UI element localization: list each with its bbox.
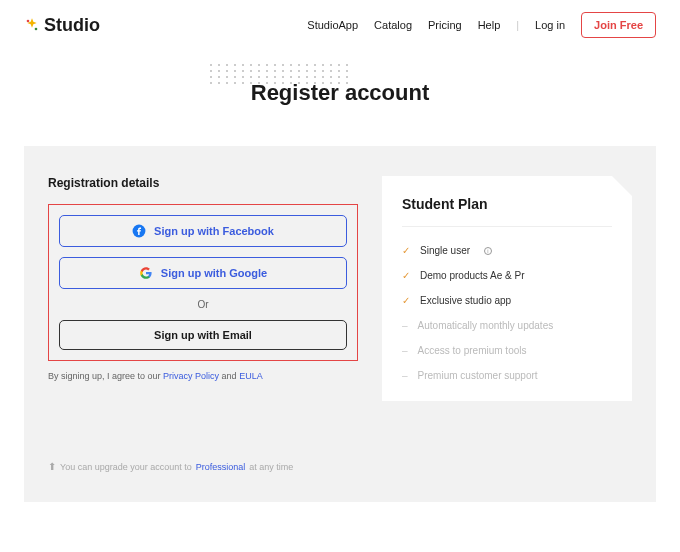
registration-panel: Registration details Sign up with Facebo… (48, 176, 358, 472)
plan-feature: ✓Exclusive studio app (402, 295, 612, 306)
upgrade-icon: ⬆ (48, 461, 56, 472)
join-free-button[interactable]: Join Free (581, 12, 656, 38)
eula-link[interactable]: EULA (239, 371, 263, 381)
plan-panel: Student Plan ✓Single useri✓Demo products… (382, 176, 632, 401)
privacy-link[interactable]: Privacy Policy (163, 371, 219, 381)
main: Registration details Sign up with Facebo… (24, 146, 656, 502)
registration-heading: Registration details (48, 176, 358, 190)
plan-card: Student Plan ✓Single useri✓Demo products… (382, 176, 632, 401)
nav-help[interactable]: Help (478, 19, 501, 31)
signup-facebook-label: Sign up with Facebook (154, 225, 274, 237)
logo-text: Studio (44, 15, 100, 36)
plan-feature-label: Access to premium tools (418, 345, 527, 356)
logo-icon (24, 17, 40, 33)
check-icon: ✓ (402, 270, 410, 281)
or-divider: Or (59, 299, 347, 310)
svg-point-1 (35, 28, 38, 31)
nav-login[interactable]: Log in (535, 19, 565, 31)
plan-feature-label: Automatically monthly updates (418, 320, 554, 331)
plan-feature-label: Single user (420, 245, 470, 256)
svg-point-0 (27, 20, 30, 23)
upgrade-note: ⬆ You can upgrade your account to Profes… (48, 461, 358, 472)
plan-feature: ✓Demo products Ae & Pr (402, 270, 612, 281)
plan-feature-label: Demo products Ae & Pr (420, 270, 525, 281)
logo[interactable]: Studio (24, 15, 100, 36)
plan-feature-list: ✓Single useri✓Demo products Ae & Pr✓Excl… (402, 245, 612, 381)
hero: Register account (0, 50, 680, 126)
dash-icon: – (402, 320, 408, 331)
signup-facebook-button[interactable]: Sign up with Facebook (59, 215, 347, 247)
check-icon: ✓ (402, 245, 410, 256)
signup-google-button[interactable]: Sign up with Google (59, 257, 347, 289)
dash-icon: – (402, 370, 408, 381)
plan-feature: –Access to premium tools (402, 345, 612, 356)
consent-text: By signing up, I agree to our Privacy Po… (48, 371, 358, 381)
registration-options: Sign up with Facebook Sign up with Googl… (48, 204, 358, 361)
upgrade-link[interactable]: Professional (196, 462, 246, 472)
info-icon[interactable]: i (484, 247, 492, 255)
signup-email-button[interactable]: Sign up with Email (59, 320, 347, 350)
nav-catalog[interactable]: Catalog (374, 19, 412, 31)
check-icon: ✓ (402, 295, 410, 306)
nav-studio-app[interactable]: StudioApp (307, 19, 358, 31)
plan-title: Student Plan (402, 196, 612, 227)
nav-pricing[interactable]: Pricing (428, 19, 462, 31)
nav-separator: | (516, 19, 519, 31)
dash-icon: – (402, 345, 408, 356)
header: Studio StudioApp Catalog Pricing Help | … (0, 0, 680, 50)
plan-feature: –Premium customer support (402, 370, 612, 381)
plan-feature-label: Exclusive studio app (420, 295, 511, 306)
google-icon (139, 266, 153, 280)
plan-feature-label: Premium customer support (418, 370, 538, 381)
plan-feature: ✓Single useri (402, 245, 612, 256)
nav: StudioApp Catalog Pricing Help | Log in … (307, 12, 656, 38)
signup-google-label: Sign up with Google (161, 267, 267, 279)
page-title: Register account (0, 80, 680, 106)
plan-feature: –Automatically monthly updates (402, 320, 612, 331)
facebook-icon (132, 224, 146, 238)
